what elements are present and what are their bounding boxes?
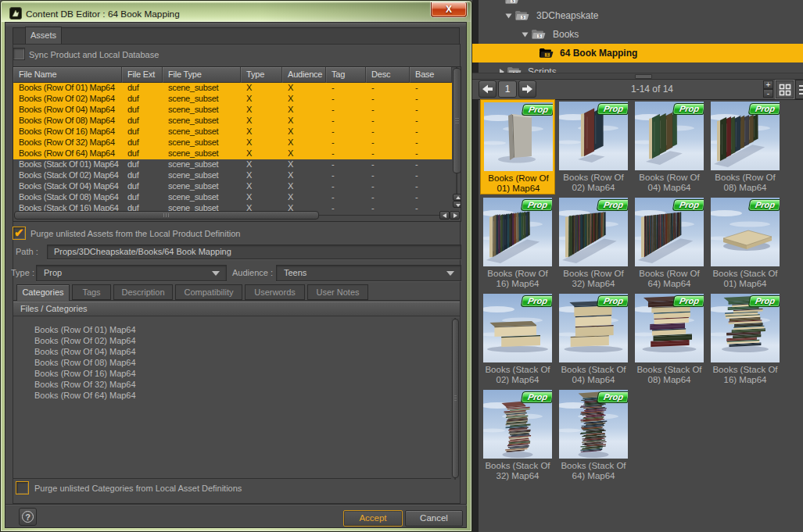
cell-audience: X	[282, 83, 326, 94]
grid-view-button[interactable]	[775, 80, 794, 99]
table-row[interactable]: Books (Row Of 02) Map64dufscene_subsetXX…	[13, 94, 452, 105]
page-number-box[interactable]: 1	[498, 80, 517, 98]
column-header-file-name[interactable]: File Name	[13, 67, 122, 83]
prop-badge: Prop	[522, 104, 553, 116]
asset-thumbnail[interactable]: PropBooks (Stack Of 02) Map64	[480, 291, 555, 387]
zoom-in-button[interactable]: +	[763, 80, 773, 89]
asset-thumbnail[interactable]: PropBooks (Stack Of 32) Map64	[480, 387, 555, 483]
table-row[interactable]: Books (Row Of 08) Map64dufscene_subsetXX…	[13, 116, 452, 127]
asset-thumbnail[interactable]: PropBooks (Stack Of 04) Map64	[556, 291, 631, 387]
zoom-out-button[interactable]: -	[763, 89, 773, 98]
tab-userwords[interactable]: Userwords	[245, 284, 305, 300]
prop-badge: Prop	[597, 199, 628, 211]
table-row[interactable]: Books (Row Of 32) Map64dufscene_subsetXX…	[13, 137, 452, 148]
tree-item-3dcheapskate[interactable]: S3DCheapskate	[472, 6, 803, 25]
path-input[interactable]: Props/3DCheapskate/Books/64 Book Mapping	[47, 245, 461, 259]
thumbnail-image: Prop	[559, 198, 628, 266]
table-row[interactable]: Books (Stack Of 02) Map64dufscene_subset…	[13, 170, 452, 181]
asset-thumbnail[interactable]: PropBooks (Stack Of 64) Map64	[556, 387, 631, 483]
column-header-file-type[interactable]: File Type	[163, 67, 241, 83]
asset-thumbnail[interactable]: PropBooks (Row Of 16) Map64	[480, 195, 555, 291]
column-header-type[interactable]: Type	[241, 67, 282, 83]
cell-file_type: scene_subset	[163, 137, 241, 148]
table-hscrollbar-thumb[interactable]	[14, 211, 319, 220]
cell-file_name: Books (Stack Of 02) Map64	[13, 170, 122, 181]
tree-item-64-book-mapping[interactable]: S64 Book Mapping	[472, 44, 803, 62]
prop-badge: Prop	[597, 295, 628, 307]
tab-compatibility[interactable]: Compatibility	[175, 284, 242, 300]
help-button[interactable]: ?	[19, 508, 37, 526]
category-item[interactable]: Books (Row Of 08) Map64	[34, 357, 136, 368]
table-row[interactable]: Books (Row Of 01) Map64dufscene_subsetXX…	[13, 83, 452, 94]
table-vscrollbar-thumb[interactable]	[453, 68, 461, 173]
asset-thumbnail[interactable]: PropBooks (Stack Of 16) Map64	[708, 291, 783, 387]
table-row[interactable]: Books (Row Of 64) Map64dufscene_subsetXX…	[13, 148, 452, 159]
table-row[interactable]: Books (Stack Of 01) Map64dufscene_subset…	[13, 159, 452, 170]
type-dropdown[interactable]: Prop	[36, 265, 227, 281]
tree-item-label: Books	[553, 29, 579, 40]
tree-item-books[interactable]: SBooks	[472, 25, 803, 44]
table-scroll-down-button[interactable]	[453, 201, 461, 208]
asset-thumbnail[interactable]: PropBooks (Row Of 01) Map64	[480, 99, 555, 195]
table-scroll-right-button[interactable]	[450, 211, 460, 220]
asset-thumbnail[interactable]: PropBooks (Stack Of 08) Map64	[632, 291, 707, 387]
tab-description[interactable]: Description	[113, 284, 173, 300]
asset-thumbnail[interactable]: PropBooks (Row Of 32) Map64	[556, 195, 631, 291]
category-item[interactable]: Books (Row Of 04) Map64	[34, 346, 136, 357]
table-row[interactable]: Books (Stack Of 08) Map64dufscene_subset…	[13, 192, 452, 203]
table-row[interactable]: Books (Row Of 04) Map64dufscene_subsetXX…	[13, 105, 452, 116]
category-item[interactable]: Books (Row Of 16) Map64	[34, 368, 136, 379]
tab-tags[interactable]: Tags	[72, 284, 111, 300]
folder-icon-wrap: S	[531, 28, 546, 40]
column-header-desc[interactable]: Desc	[366, 67, 410, 83]
asset-thumbnail[interactable]: PropBooks (Row Of 08) Map64	[708, 99, 783, 195]
titlebar[interactable]: Content DB Editor : 64 Book Mapping	[2, 2, 471, 22]
folder-tree: SS3DCheapskateSBooksS64 Book MappingSScr…	[472, 0, 803, 73]
category-item[interactable]: Books (Row Of 02) Map64	[34, 335, 136, 346]
accept-button[interactable]: Accept	[343, 510, 403, 527]
column-header-base[interactable]: Base	[410, 67, 452, 83]
table-row[interactable]: Books (Stack Of 04) Map64dufscene_subset…	[13, 181, 452, 192]
cell-file_name: Books (Row Of 64) Map64	[13, 148, 122, 159]
cell-desc: -	[366, 148, 410, 159]
asset-thumbnail[interactable]: PropBooks (Row Of 64) Map64	[632, 195, 707, 291]
window-title: Content DB Editor : 64 Book Mapping	[26, 9, 180, 20]
categories-vscrollbar[interactable]	[451, 318, 460, 480]
column-header-file-ext[interactable]: File Ext	[122, 67, 163, 83]
tree-splitter[interactable]	[472, 73, 803, 80]
tab-user-notes[interactable]: User Notes	[307, 284, 368, 300]
cell-type: X	[241, 148, 282, 159]
folder-icon-wrap: S	[507, 66, 522, 73]
cell-audience: X	[282, 170, 326, 181]
assets-table-rows: Books (Row Of 01) Map64dufscene_subsetXX…	[13, 83, 461, 222]
asset-thumbnail[interactable]: PropBooks (Row Of 04) Map64	[632, 99, 707, 195]
table-scroll-left-button[interactable]	[439, 211, 450, 220]
tree-expander[interactable]	[505, 12, 512, 20]
sync-checkbox[interactable]	[13, 48, 25, 60]
cell-tag: -	[326, 148, 366, 159]
asset-thumbnail[interactable]: PropBooks (Stack Of 01) Map64	[708, 195, 783, 291]
column-header-audience[interactable]: Audience	[282, 67, 326, 83]
tree-expander[interactable]	[522, 31, 529, 38]
tab-assets[interactable]: Assets	[25, 27, 62, 44]
purge-categories-checkbox[interactable]	[16, 481, 29, 495]
audience-dropdown[interactable]: Teens	[276, 265, 461, 281]
asset-thumbnail[interactable]: PropBooks (Row Of 02) Map64	[556, 99, 631, 195]
category-item[interactable]: Books (Row Of 01) Map64	[34, 324, 136, 335]
tree-item-scripts[interactable]: SScripts	[472, 62, 803, 73]
table-row[interactable]: Books (Row Of 16) Map64dufscene_subsetXX…	[13, 127, 452, 137]
table-vscrollbar[interactable]	[452, 67, 461, 207]
screen: SS3DCheapskateSBooksS64 Book MappingSScr…	[0, 0, 803, 532]
list-view-button[interactable]	[795, 80, 803, 99]
table-scroll-up-button[interactable]	[453, 194, 461, 201]
close-button[interactable]: X	[431, 2, 467, 17]
categories-vscrollbar-thumb[interactable]	[452, 319, 459, 478]
column-header-tag[interactable]: Tag	[326, 67, 366, 83]
tab-categories[interactable]: Categories	[16, 284, 70, 301]
next-page-button[interactable]	[518, 80, 536, 98]
cancel-button[interactable]: Cancel	[405, 510, 463, 527]
purge-assets-checkbox[interactable]: ✔	[13, 227, 26, 240]
category-item[interactable]: Books (Row Of 32) Map64	[34, 379, 136, 390]
category-item[interactable]: Books (Row Of 64) Map64	[34, 390, 136, 401]
prev-page-button[interactable]	[479, 80, 496, 98]
